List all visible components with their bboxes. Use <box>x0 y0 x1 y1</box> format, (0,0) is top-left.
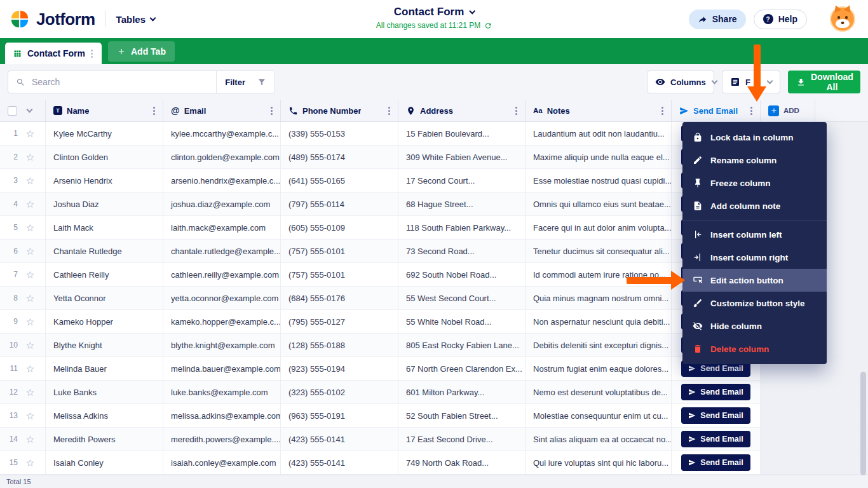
tab-menu-dots-icon[interactable] <box>91 53 93 55</box>
column-header-phone-number[interactable]: Phone Number <box>281 100 398 121</box>
cell-name[interactable]: Arsenio Hendrix <box>46 169 163 192</box>
cell-phone[interactable]: (757) 555-0101 <box>281 263 398 286</box>
cell-notes[interactable]: Molestiae consequuntur enim ut cu... <box>526 404 672 427</box>
send-email-button[interactable]: Send Email <box>681 431 750 447</box>
cell-name[interactable]: Clinton Golden <box>46 146 163 168</box>
cell-address[interactable]: 55 West Second Court... <box>398 287 526 309</box>
star-icon[interactable] <box>25 341 35 350</box>
column-menu-dots-icon[interactable] <box>750 110 752 112</box>
menu-item-customize-button-style[interactable]: Customize button style <box>682 292 827 315</box>
menu-item-add-column-note[interactable]: Add column note <box>682 194 827 217</box>
cell-name[interactable]: Luke Banks <box>46 381 163 403</box>
cell-name[interactable]: Joshua Diaz <box>46 193 163 215</box>
cell-name[interactable]: Laith Mack <box>46 216 163 239</box>
cell-email[interactable]: joshua.diaz@example.com <box>163 193 281 215</box>
star-icon[interactable] <box>25 458 35 468</box>
chevron-down-icon[interactable] <box>27 106 33 112</box>
cell-notes[interactable]: Non aspernatur nesciunt quia debiti... <box>526 310 672 333</box>
column-menu-dots-icon[interactable] <box>661 110 663 112</box>
forms-button[interactable]: F <box>722 71 780 93</box>
cell-address[interactable]: 17 Second Court... <box>398 169 526 192</box>
cell-email[interactable]: kylee.mccarthy@example.c... <box>163 122 281 145</box>
cell-phone[interactable]: (963) 555-0191 <box>281 404 398 427</box>
add-column-button[interactable]: ADD <box>761 100 815 121</box>
cell-phone[interactable]: (339) 555-0153 <box>281 122 398 145</box>
cell-email[interactable]: chantale.rutledge@example... <box>163 240 281 262</box>
cell-address[interactable]: 68 Hague Street... <box>398 193 526 215</box>
cell-notes[interactable]: Quia minus magnam nostrum omni... <box>526 287 672 309</box>
column-header-email[interactable]: @ Email <box>163 100 281 121</box>
user-avatar[interactable] <box>830 6 855 32</box>
filter-button[interactable]: Filter <box>216 71 275 93</box>
star-icon[interactable] <box>25 152 35 162</box>
cell-notes[interactable]: Nostrum fugiat enim eaque dolores... <box>526 357 672 380</box>
cell-email[interactable]: yetta.oconnor@example.com <box>163 287 281 309</box>
cell-notes[interactable]: Id commodi autem irure ratione no... <box>526 263 672 286</box>
cell-address[interactable]: 55 White Nobel Road... <box>398 310 526 333</box>
cell-notes[interactable]: Qui iure voluptas sint qui hic laboru... <box>526 451 672 474</box>
star-icon[interactable] <box>25 270 35 280</box>
columns-button[interactable]: Columns <box>647 71 714 93</box>
star-icon[interactable] <box>25 411 35 421</box>
cell-email[interactable]: melinda.bauer@example.com <box>163 357 281 380</box>
cell-email[interactable]: melissa.adkins@example.com <box>163 404 281 427</box>
cell-address[interactable]: 692 South Nobel Road... <box>398 263 526 286</box>
menu-item-hide-column[interactable]: Hide column <box>682 315 827 337</box>
cell-address[interactable]: 15 Fabien Boulevard... <box>398 122 526 145</box>
cell-address[interactable]: 601 Milton Parkway... <box>398 381 526 403</box>
cell-address[interactable]: 17 East Second Drive... <box>398 428 526 451</box>
star-icon[interactable] <box>25 435 35 444</box>
column-header-name[interactable]: T Name <box>46 100 163 121</box>
cell-phone[interactable]: (797) 555-0114 <box>281 193 398 215</box>
cell-address[interactable]: 805 East Rocky Fabien Lane... <box>398 334 526 356</box>
select-all-checkbox[interactable] <box>8 106 17 116</box>
column-menu-dots-icon[interactable] <box>153 110 155 112</box>
cell-notes[interactable]: Maxime aliquip unde nulla eaque el... <box>526 146 672 168</box>
cell-phone[interactable]: (795) 555-0127 <box>281 310 398 333</box>
cell-notes[interactable]: Laudantium aut odit non laudantiu... <box>526 122 672 145</box>
send-email-button[interactable]: Send Email <box>681 407 750 424</box>
share-button[interactable]: Share <box>689 10 746 29</box>
cell-notes[interactable]: Tenetur ducimus sit consequatur ali... <box>526 240 672 262</box>
cell-phone[interactable]: (684) 555-0176 <box>281 287 398 309</box>
cell-notes[interactable]: Omnis qui ullamco eius sunt beatae... <box>526 193 672 215</box>
download-all-button[interactable]: Download All <box>788 71 860 93</box>
cell-notes[interactable]: Nemo est deserunt voluptatibus de... <box>526 381 672 403</box>
cell-name[interactable]: Meredith Powers <box>46 428 163 451</box>
brand[interactable]: Jotform <box>9 8 95 30</box>
menu-item-freeze-column[interactable]: Freeze column <box>682 172 827 194</box>
star-icon[interactable] <box>25 247 35 256</box>
cell-name[interactable]: Isaiah Conley <box>46 451 163 474</box>
search-input[interactable] <box>25 77 216 87</box>
menu-item-lock-data-in-column[interactable]: Lock data in column <box>682 126 827 149</box>
cell-phone[interactable]: (923) 555-0194 <box>281 357 398 380</box>
cell-phone[interactable]: (323) 555-0102 <box>281 381 398 403</box>
column-menu-dots-icon[interactable] <box>388 110 390 112</box>
table-row[interactable]: 15 Isaiah Conley isaiah.conley@example.c… <box>0 451 868 475</box>
cell-name[interactable]: Melinda Bauer <box>46 357 163 380</box>
star-icon[interactable] <box>25 200 35 209</box>
cell-name[interactable]: Cathleen Reilly <box>46 263 163 286</box>
cell-name[interactable]: Kylee McCarthy <box>46 122 163 145</box>
vertical-scrollbar[interactable] <box>860 372 866 475</box>
star-icon[interactable] <box>25 317 35 327</box>
tables-nav-button[interactable]: Tables <box>116 14 155 25</box>
cell-name[interactable]: Melissa Adkins <box>46 404 163 427</box>
cell-address[interactable]: 73 Second Road... <box>398 240 526 262</box>
help-button[interactable]: ? Help <box>754 10 807 29</box>
tab-contact-form[interactable]: Contact Form <box>5 43 102 64</box>
menu-item-edit-action-button[interactable]: Edit action button <box>682 269 827 292</box>
cell-address[interactable]: 52 South Fabien Street... <box>398 404 526 427</box>
cell-notes[interactable]: Sint alias aliquam ea at occaecat no... <box>526 428 672 451</box>
menu-item-insert-column-left[interactable]: Insert column left <box>682 223 827 246</box>
cell-phone[interactable]: (641) 555-0165 <box>281 169 398 192</box>
cell-phone[interactable]: (757) 555-0101 <box>281 240 398 262</box>
cell-phone[interactable]: (489) 555-0174 <box>281 146 398 168</box>
cell-email[interactable]: arsenio.hendrix@example.c... <box>163 169 281 192</box>
star-icon[interactable] <box>25 223 35 233</box>
cell-email[interactable]: cathleen.reilly@example.com <box>163 263 281 286</box>
column-header-notes[interactable]: Aa Notes <box>526 100 672 121</box>
star-icon[interactable] <box>25 294 35 303</box>
cell-name[interactable]: Yetta Oconnor <box>46 287 163 309</box>
cell-address[interactable]: 309 White Fabien Avenue... <box>398 146 526 168</box>
